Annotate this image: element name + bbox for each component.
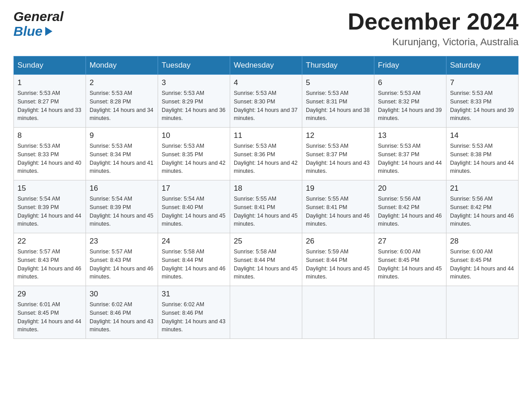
day-info: Sunrise: 5:53 AMSunset: 8:34 PMDaylight:… <box>90 142 154 176</box>
day-info: Sunrise: 5:53 AMSunset: 8:37 PMDaylight:… <box>378 142 442 176</box>
calendar-week-row: 22Sunrise: 5:57 AMSunset: 8:43 PMDayligh… <box>14 233 519 286</box>
day-info: Sunrise: 5:53 AMSunset: 8:30 PMDaylight:… <box>234 89 298 123</box>
calendar-cell: 25Sunrise: 5:58 AMSunset: 8:44 PMDayligh… <box>230 233 302 286</box>
day-info: Sunrise: 5:53 AMSunset: 8:31 PMDaylight:… <box>306 89 370 123</box>
logo-general: General <box>13 9 64 24</box>
day-number: 13 <box>378 131 442 140</box>
day-number: 9 <box>90 131 154 140</box>
calendar-cell: 17Sunrise: 5:54 AMSunset: 8:40 PMDayligh… <box>158 180 230 233</box>
day-info: Sunrise: 5:56 AMSunset: 8:42 PMDaylight:… <box>450 195 515 228</box>
calendar-cell: 19Sunrise: 5:55 AMSunset: 8:41 PMDayligh… <box>302 180 374 233</box>
title-section: December 2024 Kurunjang, Victoria, Austr… <box>348 9 519 48</box>
day-info: Sunrise: 5:54 AMSunset: 8:40 PMDaylight:… <box>162 195 226 228</box>
col-sunday: Sunday <box>14 56 86 75</box>
calendar-title: December 2024 <box>348 9 519 34</box>
day-number: 6 <box>378 78 442 87</box>
col-wednesday: Wednesday <box>230 56 302 75</box>
calendar-cell: 30Sunrise: 6:02 AMSunset: 8:46 PMDayligh… <box>86 286 158 339</box>
day-number: 4 <box>234 78 298 87</box>
day-info: Sunrise: 5:53 AMSunset: 8:27 PMDaylight:… <box>17 89 82 123</box>
day-info: Sunrise: 5:53 AMSunset: 8:33 PMDaylight:… <box>450 89 515 123</box>
calendar-week-row: 1Sunrise: 5:53 AMSunset: 8:27 PMDaylight… <box>14 75 519 128</box>
calendar-cell: 8Sunrise: 5:53 AMSunset: 8:33 PMDaylight… <box>14 128 86 180</box>
calendar-cell: 21Sunrise: 5:56 AMSunset: 8:42 PMDayligh… <box>446 180 519 233</box>
day-info: Sunrise: 6:00 AMSunset: 8:45 PMDaylight:… <box>378 248 442 281</box>
day-info: Sunrise: 5:57 AMSunset: 8:43 PMDaylight:… <box>17 248 82 281</box>
day-number: 14 <box>450 131 515 140</box>
day-info: Sunrise: 5:58 AMSunset: 8:44 PMDaylight:… <box>162 248 226 281</box>
day-number: 3 <box>162 78 226 87</box>
day-number: 7 <box>450 78 515 87</box>
calendar-cell: 14Sunrise: 5:53 AMSunset: 8:38 PMDayligh… <box>446 128 519 180</box>
calendar-cell: 22Sunrise: 5:57 AMSunset: 8:43 PMDayligh… <box>14 233 86 286</box>
col-monday: Monday <box>86 56 158 75</box>
day-info: Sunrise: 5:59 AMSunset: 8:44 PMDaylight:… <box>306 248 370 281</box>
calendar-cell <box>230 286 302 339</box>
day-number: 2 <box>90 78 154 87</box>
day-number: 5 <box>306 78 370 87</box>
day-info: Sunrise: 5:53 AMSunset: 8:29 PMDaylight:… <box>162 89 226 123</box>
calendar-cell: 28Sunrise: 6:00 AMSunset: 8:45 PMDayligh… <box>446 233 519 286</box>
day-info: Sunrise: 5:55 AMSunset: 8:41 PMDaylight:… <box>234 195 298 228</box>
day-info: Sunrise: 5:57 AMSunset: 8:43 PMDaylight:… <box>90 248 154 281</box>
calendar-cell: 5Sunrise: 5:53 AMSunset: 8:31 PMDaylight… <box>302 75 374 128</box>
day-number: 29 <box>17 290 82 299</box>
day-number: 16 <box>90 184 154 193</box>
calendar-week-row: 29Sunrise: 6:01 AMSunset: 8:45 PMDayligh… <box>14 286 519 339</box>
day-number: 28 <box>450 237 515 246</box>
day-number: 18 <box>234 184 298 193</box>
day-number: 15 <box>17 184 82 193</box>
day-info: Sunrise: 5:53 AMSunset: 8:35 PMDaylight:… <box>162 142 226 176</box>
calendar-cell: 20Sunrise: 5:56 AMSunset: 8:42 PMDayligh… <box>374 180 446 233</box>
calendar-cell <box>446 286 519 339</box>
day-number: 23 <box>90 237 154 246</box>
calendar-cell: 27Sunrise: 6:00 AMSunset: 8:45 PMDayligh… <box>374 233 446 286</box>
day-number: 24 <box>162 237 226 246</box>
day-number: 12 <box>306 131 370 140</box>
logo-blue: Blue <box>13 24 64 39</box>
calendar-cell <box>302 286 374 339</box>
day-info: Sunrise: 5:55 AMSunset: 8:41 PMDaylight:… <box>306 195 370 228</box>
day-number: 30 <box>90 290 154 299</box>
calendar-cell: 9Sunrise: 5:53 AMSunset: 8:34 PMDaylight… <box>86 128 158 180</box>
day-info: Sunrise: 5:53 AMSunset: 8:33 PMDaylight:… <box>17 142 82 176</box>
calendar-cell: 2Sunrise: 5:53 AMSunset: 8:28 PMDaylight… <box>86 75 158 128</box>
calendar-cell: 13Sunrise: 5:53 AMSunset: 8:37 PMDayligh… <box>374 128 446 180</box>
day-info: Sunrise: 5:58 AMSunset: 8:44 PMDaylight:… <box>234 248 298 281</box>
day-number: 21 <box>450 184 515 193</box>
day-info: Sunrise: 6:01 AMSunset: 8:45 PMDaylight:… <box>17 300 82 334</box>
day-number: 25 <box>234 237 298 246</box>
col-saturday: Saturday <box>446 56 519 75</box>
calendar-cell: 26Sunrise: 5:59 AMSunset: 8:44 PMDayligh… <box>302 233 374 286</box>
col-thursday: Thursday <box>302 56 374 75</box>
day-info: Sunrise: 6:02 AMSunset: 8:46 PMDaylight:… <box>162 300 226 334</box>
calendar-cell: 1Sunrise: 5:53 AMSunset: 8:27 PMDaylight… <box>14 75 86 128</box>
calendar-cell: 6Sunrise: 5:53 AMSunset: 8:32 PMDaylight… <box>374 75 446 128</box>
day-info: Sunrise: 5:54 AMSunset: 8:39 PMDaylight:… <box>90 195 154 228</box>
day-info: Sunrise: 5:53 AMSunset: 8:28 PMDaylight:… <box>90 89 154 123</box>
calendar-week-row: 15Sunrise: 5:54 AMSunset: 8:39 PMDayligh… <box>14 180 519 233</box>
col-friday: Friday <box>374 56 446 75</box>
day-number: 20 <box>378 184 442 193</box>
day-info: Sunrise: 6:00 AMSunset: 8:45 PMDaylight:… <box>450 248 515 281</box>
calendar-cell: 29Sunrise: 6:01 AMSunset: 8:45 PMDayligh… <box>14 286 86 339</box>
day-info: Sunrise: 5:53 AMSunset: 8:36 PMDaylight:… <box>234 142 298 176</box>
day-info: Sunrise: 5:53 AMSunset: 8:38 PMDaylight:… <box>450 142 515 176</box>
day-number: 8 <box>17 131 82 140</box>
calendar-cell: 15Sunrise: 5:54 AMSunset: 8:39 PMDayligh… <box>14 180 86 233</box>
calendar-cell: 11Sunrise: 5:53 AMSunset: 8:36 PMDayligh… <box>230 128 302 180</box>
header-row: Sunday Monday Tuesday Wednesday Thursday… <box>14 56 519 75</box>
day-number: 10 <box>162 131 226 140</box>
calendar-cell: 7Sunrise: 5:53 AMSunset: 8:33 PMDaylight… <box>446 75 519 128</box>
calendar-cell: 16Sunrise: 5:54 AMSunset: 8:39 PMDayligh… <box>86 180 158 233</box>
day-number: 22 <box>17 237 82 246</box>
calendar-cell: 4Sunrise: 5:53 AMSunset: 8:30 PMDaylight… <box>230 75 302 128</box>
calendar-cell: 24Sunrise: 5:58 AMSunset: 8:44 PMDayligh… <box>158 233 230 286</box>
day-info: Sunrise: 5:53 AMSunset: 8:37 PMDaylight:… <box>306 142 370 176</box>
day-number: 11 <box>234 131 298 140</box>
logo: General Blue <box>13 9 64 39</box>
day-number: 19 <box>306 184 370 193</box>
calendar-subtitle: Kurunjang, Victoria, Australia <box>348 36 519 48</box>
col-tuesday: Tuesday <box>158 56 230 75</box>
day-number: 1 <box>17 78 82 87</box>
